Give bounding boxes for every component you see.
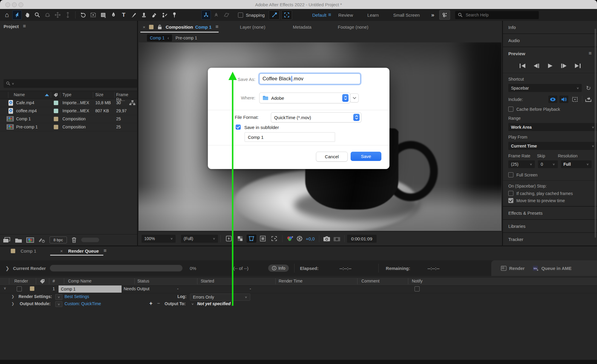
share-frame-icon[interactable] (585, 97, 592, 102)
puppet-pin-tool[interactable] (170, 10, 179, 19)
label-column-icon[interactable] (39, 279, 45, 284)
column-status[interactable]: Status (137, 279, 149, 283)
hand-tool[interactable] (23, 10, 32, 19)
timecode-display[interactable]: 0:00:01:09 (347, 235, 377, 243)
interpret-footage-icon[interactable] (3, 237, 11, 243)
home-icon[interactable]: ⌂ (2, 10, 11, 19)
label-swatch[interactable] (54, 101, 58, 105)
tab-comp1[interactable]: Comp 1 (21, 248, 36, 254)
minimize-window-button[interactable] (12, 2, 17, 7)
label-column-icon[interactable] (53, 93, 59, 97)
output-to-value[interactable]: Not yet specified (197, 301, 231, 306)
project-row-comp1[interactable]: Comp 1 Composition 25 (0, 115, 137, 123)
output-module-dropdown[interactable]: ∨ (55, 301, 62, 307)
label-swatch[interactable] (54, 109, 58, 113)
lock-icon[interactable] (158, 24, 162, 30)
twirl-open-icon[interactable]: ∨ (4, 286, 6, 290)
first-frame-button[interactable] (519, 63, 526, 69)
shape-tool[interactable] (99, 10, 108, 19)
tab-render-queue[interactable]: Render Queue (68, 248, 99, 254)
comp-label-swatch[interactable] (149, 25, 154, 29)
full-screen-checkbox[interactable] (508, 172, 513, 177)
new-composition-icon[interactable] (26, 237, 34, 243)
effects-presets-panel-header[interactable]: Effects & Presets (503, 207, 597, 220)
breadcrumb-parent[interactable]: Pre-comp 1 (176, 36, 197, 40)
color-depth-button[interactable]: 8 bpc (50, 236, 67, 243)
color-depth-icon[interactable] (38, 237, 45, 243)
save-button[interactable]: Save (351, 152, 381, 161)
fast-preview-button[interactable] (224, 234, 234, 243)
include-overlays-button[interactable] (570, 96, 579, 103)
render-settings-dropdown[interactable]: ∨ (55, 294, 62, 300)
resolution-select-preview[interactable]: Full∨ (561, 160, 592, 168)
column-render[interactable]: Render (14, 279, 28, 283)
workspace-small-screen[interactable]: Small Screen (393, 13, 420, 18)
mask-visibility-button[interactable] (246, 234, 257, 243)
tab-composition-target[interactable]: Comp 1 (195, 24, 211, 30)
breadcrumb-current-chip[interactable]: Comp 1 ‹ (147, 34, 172, 42)
notify-checkbox[interactable] (415, 286, 420, 291)
search-input[interactable] (465, 12, 526, 18)
cancel-button[interactable]: Cancel (316, 152, 348, 162)
zoom-window-button[interactable] (19, 2, 23, 7)
new-folder-icon[interactable] (15, 237, 22, 243)
selection-tool[interactable] (13, 10, 22, 19)
exposure-value[interactable]: +0,0 (306, 236, 315, 241)
render-item-checkbox[interactable] (17, 286, 22, 291)
workspace-default[interactable]: Default (312, 13, 326, 18)
last-frame-button[interactable] (574, 63, 581, 69)
log-select[interactable]: Errors Only∨ (190, 294, 250, 301)
info-panel-header[interactable]: Info (503, 21, 597, 34)
project-panel-menu-icon[interactable]: ≡ (23, 23, 26, 29)
orbit-camera-tool[interactable] (43, 10, 52, 19)
item-label-swatch[interactable] (30, 286, 34, 291)
region-of-interest-button[interactable] (269, 234, 279, 243)
project-row-coffee[interactable]: coffee.mp4 Importe...MEX 807 KB 29,97 (0, 107, 137, 115)
workspace-overflow-icon[interactable]: » (431, 12, 435, 18)
magnification-select[interactable]: 100%∨ (142, 235, 176, 243)
twirl-icon[interactable]: ❯ (5, 265, 9, 271)
exposure-icon[interactable] (296, 235, 303, 242)
close-tab-icon[interactable]: × (60, 248, 63, 254)
eraser-tool[interactable] (150, 10, 159, 19)
column-size[interactable]: Size (95, 92, 103, 97)
render-button[interactable]: Render (501, 266, 525, 271)
add-output-module-button[interactable]: + (149, 300, 153, 307)
save-in-subfolder-checkbox[interactable] (236, 125, 241, 130)
filename-input[interactable]: Coffee Black .mov (259, 73, 360, 84)
column-name[interactable]: Name (14, 92, 25, 97)
column-started[interactable]: Started (201, 279, 214, 283)
dolly-camera-tool[interactable] (63, 10, 72, 19)
workspace-settings-button[interactable] (439, 10, 450, 20)
where-select[interactable]: Adobe (259, 93, 350, 103)
output-module-value[interactable]: Custom: QuickTime (65, 301, 101, 306)
play-button[interactable] (547, 63, 554, 69)
clone-stamp-tool[interactable] (139, 10, 148, 19)
column-type[interactable]: Type (62, 92, 71, 97)
world-axis-mode[interactable] (212, 10, 221, 19)
pan-camera-tool[interactable] (53, 10, 62, 19)
skip-select[interactable]: 0∨ (538, 160, 558, 168)
render-queue-item-row[interactable]: ∨ 1 Comp 1 Needs Output - - (0, 285, 597, 293)
type-tool[interactable]: T (119, 10, 128, 19)
twirl-icon[interactable]: ❯ (11, 294, 14, 299)
trash-icon[interactable] (71, 237, 77, 243)
channels-icon[interactable] (286, 235, 294, 242)
zoom-tool[interactable] (33, 10, 42, 19)
audio-panel-header[interactable]: Audio (503, 34, 597, 47)
column-comment[interactable]: Comment (361, 279, 380, 283)
pan-behind-tool[interactable] (89, 10, 98, 19)
transparency-grid-button[interactable] (235, 234, 245, 243)
tab-layer[interactable]: Layer (none) (240, 24, 265, 30)
show-snapshot-icon[interactable] (333, 236, 340, 242)
snap-features-button[interactable] (281, 10, 292, 20)
project-row-precomp1[interactable]: Pre-comp 1 Composition 25 (0, 123, 137, 131)
preview-menu-icon[interactable]: ≡ (589, 50, 592, 56)
workspace-menu-icon[interactable]: ≡ (328, 12, 331, 18)
snapshot-camera-icon[interactable] (323, 236, 330, 242)
snap-edges-button[interactable] (269, 10, 280, 20)
rotate-tool[interactable] (79, 10, 88, 19)
item-comp-name-cell[interactable]: Comp 1 (59, 285, 122, 293)
column-notify[interactable]: Notify (412, 279, 423, 283)
file-format-select[interactable]: QuickTime (*.mov) (271, 112, 361, 122)
